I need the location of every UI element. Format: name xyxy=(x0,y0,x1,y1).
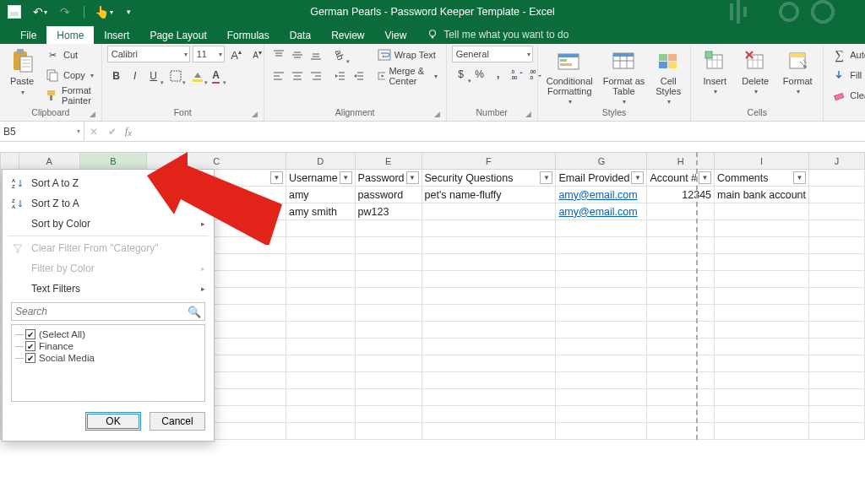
filter-search-input[interactable] xyxy=(15,306,188,317)
hyperlink[interactable]: amy@email.com xyxy=(558,189,637,201)
empty-cell[interactable] xyxy=(422,355,556,372)
empty-cell[interactable] xyxy=(809,220,865,237)
empty-cell[interactable] xyxy=(647,372,715,389)
empty-cell[interactable] xyxy=(355,220,422,237)
empty-cell[interactable] xyxy=(809,305,865,322)
empty-cell[interactable] xyxy=(715,372,809,389)
copy-button[interactable]: Copy▾ xyxy=(42,66,96,84)
empty-cell[interactable] xyxy=(715,339,809,355)
empty-cell[interactable] xyxy=(809,288,865,305)
empty-cell[interactable] xyxy=(715,305,809,322)
orientation-icon[interactable]: ab▾ xyxy=(330,46,349,64)
empty-cell[interactable] xyxy=(422,254,556,271)
empty-cell[interactable] xyxy=(422,220,556,237)
column-header[interactable]: J xyxy=(809,153,865,170)
bold-button[interactable]: B xyxy=(107,67,126,85)
underline-button[interactable]: U▾ xyxy=(144,67,163,85)
data-cell[interactable]: 12345 xyxy=(647,187,715,203)
tab-review[interactable]: Review xyxy=(321,26,374,44)
data-cell[interactable]: pet's name-fluffy xyxy=(422,187,556,203)
empty-cell[interactable] xyxy=(556,220,647,237)
data-cell[interactable] xyxy=(809,203,865,220)
empty-cell[interactable] xyxy=(647,271,715,288)
format-as-table-button[interactable]: Format as Table▾ xyxy=(600,46,649,107)
empty-cell[interactable] xyxy=(355,423,422,440)
border-button[interactable]: ▾ xyxy=(166,67,185,85)
cut-button[interactable]: ✂Cut xyxy=(42,46,96,64)
filter-search-box[interactable]: 🔍 xyxy=(11,302,205,321)
empty-cell[interactable] xyxy=(286,271,355,288)
empty-cell[interactable] xyxy=(422,271,556,288)
column-header[interactable]: B xyxy=(79,153,147,170)
filter-dropdown-icon[interactable]: ▼ xyxy=(340,171,352,184)
empty-cell[interactable] xyxy=(556,271,647,288)
hyperlink[interactable]: amy@email.com xyxy=(558,206,637,218)
select-all-corner[interactable] xyxy=(1,153,19,170)
empty-cell[interactable] xyxy=(355,339,422,355)
delete-cells-button[interactable]: Delete▾ xyxy=(737,46,774,97)
header-cell[interactable]: Email Provided▼ xyxy=(556,170,647,187)
empty-cell[interactable] xyxy=(355,305,422,322)
column-header[interactable]: H xyxy=(647,153,715,170)
empty-cell[interactable] xyxy=(556,423,647,440)
empty-cell[interactable] xyxy=(286,372,355,389)
empty-cell[interactable] xyxy=(647,339,715,355)
qat-customize-icon[interactable]: ▾ xyxy=(120,3,139,21)
align-right-icon[interactable] xyxy=(307,67,325,85)
align-top-icon[interactable] xyxy=(269,46,288,64)
font-size-dropdown[interactable]: 11 xyxy=(193,46,225,62)
number-launcher-icon[interactable]: ◢ xyxy=(524,110,534,120)
empty-cell[interactable] xyxy=(355,237,422,254)
empty-cell[interactable] xyxy=(647,305,715,322)
data-cell[interactable]: amy xyxy=(286,187,355,203)
empty-cell[interactable] xyxy=(355,355,422,372)
increase-decimal-icon[interactable]: .0.00 xyxy=(508,65,526,84)
column-header[interactable]: F xyxy=(422,153,556,170)
sort-z-to-a[interactable]: ZASort Z to A xyxy=(3,193,214,214)
data-cell[interactable] xyxy=(809,187,865,203)
empty-cell[interactable] xyxy=(422,339,556,355)
font-color-button[interactable]: A▾ xyxy=(207,67,226,85)
clear-button[interactable]: Clear▾ xyxy=(829,86,865,105)
align-left-icon[interactable] xyxy=(269,67,288,85)
empty-cell[interactable] xyxy=(647,288,715,305)
empty-cell[interactable] xyxy=(556,406,647,423)
empty-cell[interactable] xyxy=(286,423,355,440)
tab-page-layout[interactable]: Page Layout xyxy=(139,26,216,44)
empty-cell[interactable] xyxy=(355,406,422,423)
fill-button[interactable]: Fill▾ xyxy=(829,66,865,84)
header-cell[interactable]: Account #▼ xyxy=(647,170,715,187)
empty-cell[interactable] xyxy=(355,254,422,271)
empty-cell[interactable] xyxy=(422,372,556,389)
column-header[interactable]: C xyxy=(147,153,286,170)
filter-dropdown-icon[interactable]: ▼ xyxy=(540,171,552,184)
empty-cell[interactable] xyxy=(556,237,647,254)
empty-cell[interactable] xyxy=(556,322,647,339)
empty-cell[interactable] xyxy=(556,288,647,305)
redo-icon[interactable]: ↷ xyxy=(56,3,74,21)
cancel-formula-icon[interactable]: ✕ xyxy=(84,122,103,141)
accounting-format-icon[interactable]: $▾ xyxy=(452,65,471,84)
fill-color-button[interactable]: ▾ xyxy=(188,67,207,85)
filter-values-tree[interactable]: ✔(Select All)✔Finance✔Social Media xyxy=(11,324,205,402)
tab-file[interactable]: File xyxy=(10,26,46,44)
header-cell[interactable]: Username▼ xyxy=(286,170,355,187)
format-painter-button[interactable]: Format Painter xyxy=(42,86,96,105)
filter-option[interactable]: ✔(Select All) xyxy=(14,328,203,340)
data-cell[interactable]: password xyxy=(355,187,422,203)
column-header[interactable]: A xyxy=(19,153,79,170)
font-name-dropdown[interactable]: Calibri xyxy=(107,46,190,62)
data-cell[interactable]: amy@email.com xyxy=(556,187,647,203)
data-cell[interactable]: pw123 xyxy=(355,203,422,220)
wrap-text-button[interactable]: Wrap Text xyxy=(374,46,441,64)
filter-option[interactable]: ✔Social Media xyxy=(14,352,203,364)
empty-cell[interactable] xyxy=(647,406,715,423)
empty-cell[interactable] xyxy=(422,305,556,322)
header-cell[interactable]: Security Questions▼ xyxy=(422,170,556,187)
increase-indent-icon[interactable] xyxy=(349,67,367,85)
empty-cell[interactable] xyxy=(286,237,355,254)
data-cell[interactable]: amy@email.com xyxy=(556,203,647,220)
empty-cell[interactable] xyxy=(809,237,865,254)
empty-cell[interactable] xyxy=(286,288,355,305)
header-cell[interactable]: Password▼ xyxy=(355,170,422,187)
